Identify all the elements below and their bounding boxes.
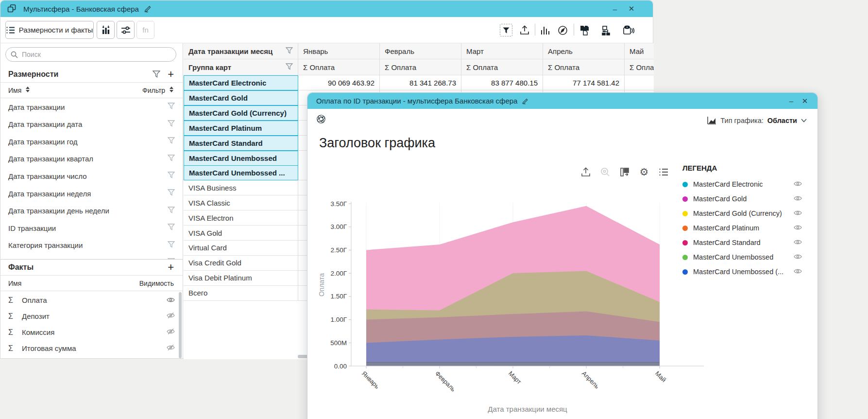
col-filter-label[interactable]: Фильтр [142, 87, 165, 94]
card-group-cell[interactable]: Visa Debit Platinum [184, 271, 298, 286]
filter-icon[interactable] [168, 241, 175, 250]
filter-icon[interactable] [286, 47, 293, 55]
fact-item[interactable]: Σ Комиссия [0, 324, 183, 340]
chart-settings-gear-icon[interactable]: ⚙ [638, 166, 650, 178]
sliders-button[interactable] [117, 21, 135, 39]
legend-item[interactable]: MasterCard Unembossed [679, 250, 813, 264]
dimension-item[interactable]: Дата транзакции [0, 98, 183, 116]
chart-legend-list-icon[interactable] [657, 166, 670, 178]
fact-item[interactable]: Σ Итоговая сумма [0, 340, 183, 356]
camera-roll-button[interactable] [622, 24, 635, 36]
legend-item[interactable]: MasterCard Standard [679, 235, 813, 250]
value-cell[interactable] [625, 75, 654, 90]
dimension-item[interactable]: Событие [0, 254, 183, 259]
card-group-cell[interactable]: MasterCard Gold (Currency) [184, 105, 298, 121]
value-cell[interactable]: 81 341 268.73 [380, 75, 461, 90]
area-chart-plot[interactable]: 0.00500M1.00Г1.50Г2.00Г2.50Г3.00Г3.50ГЯн… [311, 195, 715, 419]
card-group-cell[interactable]: MasterCard Gold [184, 90, 298, 105]
legend-item[interactable]: MasterCard Unembossed (... [679, 264, 813, 279]
month-header[interactable]: Январь [298, 43, 380, 59]
eye-off-icon[interactable] [167, 312, 175, 321]
eye-icon[interactable] [794, 224, 802, 232]
card-group-cell[interactable]: MasterCard Standard [184, 136, 298, 151]
dimension-item[interactable]: ID транзакции [0, 219, 183, 237]
export-button[interactable] [518, 24, 531, 36]
filter-icon[interactable] [168, 120, 175, 129]
eye-icon[interactable] [794, 238, 802, 247]
filter-icon[interactable] [168, 137, 175, 146]
card-group-cell[interactable]: VISA Electron [184, 210, 298, 226]
filter-icon[interactable] [286, 63, 293, 71]
measure-header[interactable]: Σ Оплата [543, 59, 625, 75]
edit-title-pencil-icon[interactable] [144, 5, 152, 13]
hierarchy-button[interactable] [600, 24, 613, 36]
legend-item[interactable]: MasterCard Gold (Currency) [679, 206, 813, 221]
filter-icon[interactable] [168, 207, 175, 215]
main-close-button[interactable]: ✕ [625, 3, 638, 15]
search-box[interactable] [5, 47, 176, 62]
edit-chart-title-pencil-icon[interactable] [522, 98, 528, 105]
sidebar-scrollbar[interactable] [179, 292, 182, 358]
dimension-item[interactable]: Дата транзакции год [0, 133, 183, 150]
row-dimension-header[interactable]: Группа карт [184, 59, 298, 75]
column-dimension-header[interactable]: Дата транзакции месяц [184, 43, 298, 59]
copy-sheets-button[interactable] [579, 24, 591, 36]
chart-title[interactable]: Заголовок графика [319, 136, 435, 151]
main-minimize-button[interactable]: – [608, 3, 622, 15]
eye-off-icon[interactable] [167, 344, 175, 353]
chart-minimize-button[interactable]: – [784, 95, 798, 107]
month-header[interactable]: Март [461, 43, 543, 59]
eye-off-icon[interactable] [167, 328, 175, 337]
card-group-cell[interactable]: VISA Business [184, 180, 298, 195]
histogram-settings-button[interactable] [97, 21, 115, 39]
eye-icon[interactable] [794, 267, 802, 276]
eye-icon[interactable] [794, 253, 802, 262]
legend-item[interactable]: MasterCard Gold [679, 192, 813, 206]
dimension-item[interactable]: Дата транзакции день недели [0, 202, 183, 220]
multisphere-sphere-icon[interactable] [316, 114, 326, 124]
dimension-item[interactable]: Дата транзакции неделя [0, 185, 183, 202]
measure-header[interactable]: Σ Оплата [380, 59, 461, 75]
card-group-cell[interactable]: VISA Classic [184, 195, 298, 210]
fact-item[interactable]: Σ Депозит [0, 308, 183, 324]
value-cell[interactable]: 77 174 581.42 [543, 75, 625, 90]
filter-icon[interactable] [168, 224, 175, 232]
search-input[interactable] [22, 51, 158, 58]
chart-titlebar[interactable]: Оплата по ID транзакции - мультисфера Ба… [307, 93, 817, 109]
add-fact-button[interactable]: + [168, 262, 174, 273]
card-group-cell[interactable]: MasterCard Unembossed [184, 151, 298, 166]
value-cell[interactable]: 83 877 480.15 [461, 75, 543, 90]
chart-type-selector[interactable]: Тип графика: Области [707, 116, 807, 124]
card-group-cell[interactable]: MasterCard Electronic [184, 75, 298, 90]
dimensions-filter-icon[interactable] [153, 70, 160, 78]
eye-icon[interactable] [794, 194, 802, 203]
month-header[interactable]: Май [625, 43, 654, 59]
dimension-item[interactable]: Категория транзакции [0, 237, 183, 254]
chart-swap-axes-icon[interactable] [618, 166, 631, 178]
add-dimension-button[interactable]: + [168, 69, 174, 80]
bar-chart-button[interactable] [539, 24, 551, 36]
chart-close-button[interactable]: ✕ [798, 95, 812, 107]
eye-icon[interactable] [794, 209, 802, 218]
sort-name-icon[interactable] [26, 87, 30, 92]
filter-icon[interactable] [168, 172, 175, 180]
sort-filter-icon[interactable] [170, 87, 174, 92]
dimensions-facts-button[interactable]: Размерности и факты [5, 21, 94, 39]
filter-icon[interactable] [168, 155, 175, 163]
measure-header[interactable]: Σ Оплата [461, 59, 543, 75]
card-group-cell[interactable]: Virtual Card [184, 241, 298, 256]
col-name-label[interactable]: Имя [8, 87, 21, 94]
legend-item[interactable]: MasterCard Electronic [679, 177, 813, 192]
eye-icon[interactable] [794, 180, 802, 189]
card-group-cell[interactable]: Всего [184, 286, 298, 301]
month-header[interactable]: Апрель [543, 43, 625, 59]
legend-item[interactable]: MasterCard Platinum [679, 221, 813, 235]
card-group-cell[interactable]: VISA Gold [184, 226, 298, 241]
card-group-cell[interactable]: MasterCard Platinum [184, 121, 298, 136]
dimension-item[interactable]: Дата транзакции квартал [0, 150, 183, 168]
value-cell[interactable]: 90 069 463.92 [298, 75, 380, 90]
card-group-cell[interactable]: Visa Credit Gold [184, 256, 298, 271]
eye-icon[interactable] [167, 296, 175, 305]
card-group-cell[interactable]: MasterCard Unembossed ... [184, 165, 298, 180]
dimension-item[interactable]: Дата транзакции число [0, 167, 183, 185]
